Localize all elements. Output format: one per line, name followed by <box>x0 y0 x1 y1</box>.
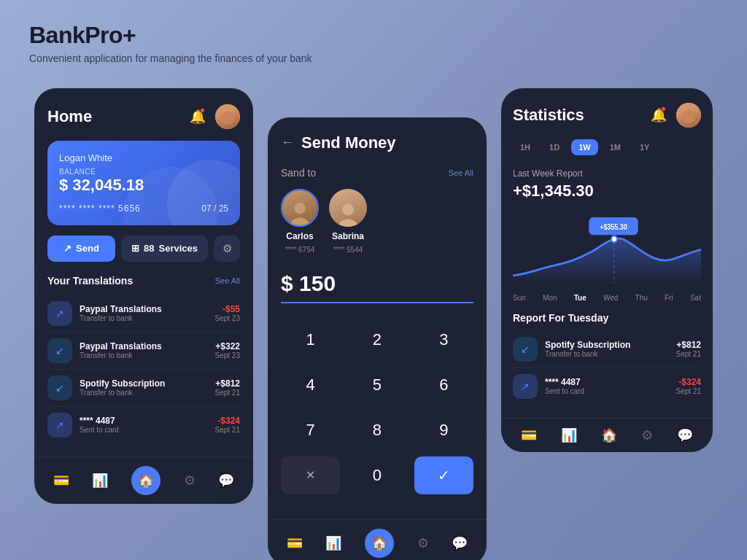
send-nav-settings[interactable]: ⚙ <box>417 535 429 551</box>
tx-name-3: **** 4487 <box>80 416 208 426</box>
amount-display: $ 150 <box>281 271 473 303</box>
home-title: Home <box>47 107 92 126</box>
sabrina-num: **** 5544 <box>333 246 363 254</box>
notification-bell-icon[interactable]: 🔔 <box>187 106 208 127</box>
services-label: Services <box>159 243 198 254</box>
confirm-button[interactable]: ✓ <box>414 456 473 494</box>
svg-point-4 <box>611 236 617 242</box>
services-button[interactable]: ⊞ 88 Services <box>121 236 208 262</box>
nav-wallet[interactable]: 💳 <box>53 472 69 489</box>
send-see-all[interactable]: See All <box>449 168 473 177</box>
tab-1w[interactable]: 1W <box>571 139 598 155</box>
stats-tx-icon-1: ↗ <box>513 374 538 399</box>
tx-amount-0: -$55 <box>215 304 240 314</box>
tx-info-3: **** 4487 Sent to card <box>80 416 208 434</box>
notification-dot <box>200 108 205 113</box>
recipient-sabrina[interactable]: Sabrina **** 5544 <box>329 189 367 254</box>
nav-messages[interactable]: 💬 <box>218 472 234 489</box>
tx-info-1: Paypal Translations Transfer to bank <box>80 341 208 359</box>
time-tabs: 1H 1D 1W 1M 1Y <box>513 139 701 155</box>
send-to-header: Sand to See All <box>281 167 473 179</box>
send-nav-home-active[interactable]: 🏠 <box>365 529 394 558</box>
tx-amount-3: -$324 <box>215 416 240 426</box>
tx-icon-1: ↙ <box>47 338 72 363</box>
tx-sub-0: Transfer to bank <box>80 314 208 322</box>
num-7[interactable]: 7 <box>281 411 340 449</box>
tx-date-3: Sept 21 <box>215 426 240 434</box>
tx-info-2: Spotify Subscription Transfer to bank <box>80 378 208 397</box>
tx-sub-1: Transfer to bank <box>80 351 208 359</box>
sabrina-avatar <box>329 189 367 227</box>
tab-1y[interactable]: 1Y <box>632 139 657 155</box>
table-row: ↙ Paypal Translations Transfer to bank +… <box>47 332 240 370</box>
num-9[interactable]: 9 <box>414 411 473 449</box>
action-buttons: ↗ Send ⊞ 88 Services ⚙ <box>47 236 240 262</box>
backspace-button[interactable]: ✕ <box>281 456 340 494</box>
svg-point-3 <box>338 219 357 226</box>
send-button[interactable]: ↗ Send <box>47 236 115 262</box>
sabrina-name: Sabrina <box>332 231 364 241</box>
nav-home-active[interactable]: 🏠 <box>131 466 160 495</box>
num-2[interactable]: 2 <box>347 321 406 359</box>
tab-1m[interactable]: 1M <box>603 139 628 155</box>
tx-amount-wrapper-0: -$55 Sept 23 <box>215 304 240 322</box>
recipient-carlos[interactable]: Carlos **** 6754 <box>281 189 319 254</box>
stats-tx-amount-wrapper-1: -$324 Sept 21 <box>676 377 701 395</box>
grid-icon: ⊞ <box>131 243 139 254</box>
last-week-amount: +$1,345.30 <box>513 182 701 201</box>
num-1[interactable]: 1 <box>281 321 340 359</box>
stats-header: Statistics 🔔 <box>513 103 701 128</box>
num-8[interactable]: 8 <box>347 411 406 449</box>
num-0[interactable]: 0 <box>347 456 406 494</box>
send-icon: ↗ <box>63 243 71 254</box>
tab-1d[interactable]: 1D <box>542 139 567 155</box>
transactions-list: ↗ Paypal Translations Transfer to bank -… <box>47 295 240 443</box>
num-6[interactable]: 6 <box>414 366 473 404</box>
send-nav-wallet[interactable]: 💳 <box>287 535 303 551</box>
tx-amount-2: +$812 <box>215 378 240 389</box>
num-5[interactable]: 5 <box>347 366 406 404</box>
avatar[interactable] <box>215 104 240 129</box>
tab-1h[interactable]: 1H <box>513 139 538 155</box>
stats-avatar[interactable] <box>676 103 701 128</box>
nav-chart[interactable]: 📊 <box>92 472 108 489</box>
back-arrow-icon[interactable]: ← <box>281 135 294 150</box>
stats-nav-chart[interactable]: 📊 <box>561 427 577 443</box>
table-row: ↗ **** 4487 Sent to card -$324 Sept 21 <box>47 407 240 443</box>
num-4[interactable]: 4 <box>281 366 340 404</box>
transactions-section-header: Your Translations See All <box>47 275 240 287</box>
chart-svg: +$355.30 <box>513 211 701 284</box>
svg-point-2 <box>342 203 354 215</box>
send-nav-messages[interactable]: 💬 <box>452 535 468 551</box>
tx-amount-wrapper-1: +$322 Sept 23 <box>215 341 240 359</box>
card-number: **** **** **** 5656 <box>59 203 141 214</box>
carlos-avatar-img <box>282 190 317 225</box>
stats-tx-sub-0: Transfer to bank <box>545 350 669 358</box>
send-nav-chart[interactable]: 📊 <box>325 535 341 551</box>
stats-tx-info-0: Spotify Subscription Transfer to bank <box>545 340 669 358</box>
svg-point-0 <box>294 202 306 214</box>
app-title: BankPro+ <box>29 22 718 49</box>
stats-tx-icon-0: ↙ <box>513 337 538 362</box>
send-bottom-nav: 💳 📊 🏠 ⚙ 💬 <box>268 519 487 560</box>
transactions-see-all[interactable]: See All <box>215 276 240 285</box>
table-row: ↗ Paypal Translations Transfer to bank -… <box>47 295 240 332</box>
numpad: 1 2 3 4 5 6 7 8 9 ✕ 0 ✓ <box>281 321 473 494</box>
stats-nav-settings[interactable]: ⚙ <box>641 427 653 443</box>
num-3[interactable]: 3 <box>414 321 473 359</box>
nav-settings[interactable]: ⚙ <box>184 472 196 489</box>
stats-avatar-img <box>676 103 701 128</box>
stats-nav-wallet[interactable]: 💳 <box>521 427 537 443</box>
settings-button[interactable]: ⚙ <box>214 236 240 262</box>
chart-container: +$355.30 <box>513 211 701 284</box>
tx-info-0: Paypal Translations Transfer to bank <box>80 304 208 322</box>
recipients-list: Carlos **** 6754 Sabrina **** 5544 <box>281 189 473 254</box>
stats-bell-icon[interactable]: 🔔 <box>649 105 669 125</box>
tx-amount-wrapper-2: +$812 Sept 21 <box>215 378 240 397</box>
bank-card[interactable]: Logan White Balance $ 32,045.18 **** ***… <box>47 141 240 225</box>
card-balance-label: Balance <box>59 168 228 176</box>
tx-icon-2: ↙ <box>47 376 72 400</box>
stats-nav-home[interactable]: 🏠 <box>601 427 617 443</box>
stats-nav-messages[interactable]: 💬 <box>677 427 693 443</box>
card-bottom: **** **** **** 5656 07 / 25 <box>59 203 228 214</box>
